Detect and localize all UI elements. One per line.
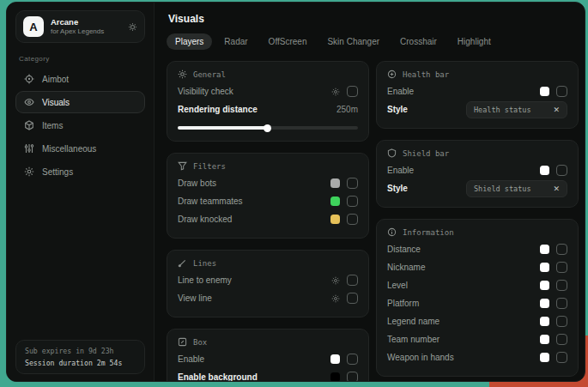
row-label: Platform — [387, 299, 419, 308]
content-columns: General Visibility check — [167, 61, 573, 381]
row-settings-gear-icon[interactable] — [331, 88, 340, 96]
color-swatch[interactable] — [540, 87, 549, 96]
tab-offscreen[interactable]: OffScreen — [260, 33, 316, 50]
health-enable-checkbox[interactable] — [556, 86, 567, 97]
weapon-in-hands-checkbox[interactable] — [556, 352, 567, 363]
draw-bots-row: Draw bots — [178, 174, 358, 192]
row-label: Enable — [387, 166, 414, 175]
color-swatch[interactable] — [540, 353, 549, 362]
row-settings-gear-icon[interactable] — [331, 294, 340, 303]
platform-checkbox[interactable] — [556, 298, 567, 309]
shield-icon — [387, 148, 397, 158]
color-swatch[interactable] — [330, 178, 340, 188]
color-swatch[interactable] — [540, 245, 549, 254]
sidebar-item-miscellaneous[interactable]: Miscellaneous — [15, 137, 145, 160]
crosshair-icon — [24, 74, 34, 84]
tab-crosshair[interactable]: Crosshair — [391, 33, 446, 50]
box-enable-background-checkbox[interactable] — [347, 372, 358, 381]
brand-name: Arcane — [51, 18, 121, 27]
box-enable-checkbox[interactable] — [347, 354, 358, 365]
row-label: Level — [387, 281, 408, 290]
app-window: A Arcane for Apex Legends Category — [6, 2, 585, 382]
color-swatch[interactable] — [540, 335, 549, 344]
sliders-icon — [24, 143, 34, 154]
clear-icon[interactable]: ✕ — [553, 106, 560, 114]
health-enable-row: Enable — [387, 82, 567, 100]
line-to-enemy-row: Line to enemy — [178, 271, 358, 289]
sidebar-item-label: Aimbot — [42, 75, 69, 84]
tab-radar[interactable]: Radar — [215, 33, 256, 50]
sidebar-item-visuals[interactable]: Visuals — [15, 91, 145, 113]
sidebar-item-items[interactable]: Items — [15, 114, 145, 136]
color-swatch[interactable] — [540, 166, 549, 175]
information-card-header: Information — [387, 227, 567, 237]
draw-knocked-row: Draw knocked — [178, 210, 358, 228]
draw-bots-checkbox[interactable] — [347, 178, 358, 189]
row-label: Style — [387, 184, 408, 193]
visibility-check-row: Visibility check — [178, 82, 358, 100]
clear-icon[interactable]: ✕ — [553, 184, 560, 193]
session-duration-text: Session duration 2m 54s — [25, 359, 136, 367]
team-number-checkbox[interactable] — [556, 334, 567, 345]
general-card: General Visibility check — [167, 61, 369, 142]
color-swatch[interactable] — [540, 317, 549, 326]
legend-name-checkbox[interactable] — [556, 316, 567, 327]
distance-checkbox[interactable] — [556, 244, 567, 255]
health-style-row: Style Health status ✕ — [387, 100, 567, 118]
box-enable-background-row: Enable background — [178, 368, 358, 381]
color-swatch[interactable] — [540, 281, 549, 290]
row-label: Draw bots — [178, 178, 216, 188]
tab-highlight[interactable]: Highlight — [449, 33, 500, 50]
health-bar-card: Health bar Enable Style Health status — [376, 61, 579, 129]
legend-name-row: Legend name — [387, 312, 567, 330]
draw-teammates-checkbox[interactable] — [347, 196, 358, 207]
rendering-distance-slider[interactable] — [178, 124, 358, 131]
row-settings-gear-icon[interactable] — [331, 276, 340, 285]
visibility-check-checkbox[interactable] — [347, 86, 358, 97]
level-checkbox[interactable] — [556, 280, 567, 291]
filters-card: Filters Draw bots Draw teammates — [167, 153, 369, 239]
row-label: Distance — [387, 245, 421, 254]
rendering-distance-value: 250m — [336, 105, 358, 114]
sidebar-item-aimbot[interactable]: Aimbot — [15, 68, 145, 90]
tab-players[interactable]: Players — [167, 33, 212, 50]
weapon-in-hands-row: Weapon in hands — [387, 348, 567, 366]
line-icon — [178, 258, 187, 268]
row-label: Team number — [387, 335, 439, 344]
color-swatch[interactable] — [540, 299, 549, 308]
slider-fill — [178, 126, 268, 130]
rendering-distance-row: Rendering distance 250m — [178, 100, 358, 118]
filters-card-header: Filters — [178, 161, 358, 171]
sidebar-item-settings[interactable]: Settings — [15, 160, 145, 183]
lines-card: Lines Line to enemy — [167, 250, 369, 317]
shield-enable-checkbox[interactable] — [556, 165, 567, 176]
color-swatch[interactable] — [330, 354, 340, 364]
card-title: Shield bar — [403, 149, 449, 158]
line-to-enemy-checkbox[interactable] — [347, 275, 358, 286]
main-panel: Visuals Players Radar OffScreen Skin Cha… — [155, 3, 585, 381]
row-label: Line to enemy — [178, 275, 232, 285]
category-label: Category — [19, 55, 154, 63]
view-line-checkbox[interactable] — [347, 293, 358, 304]
draw-knocked-checkbox[interactable] — [347, 214, 358, 225]
distance-row: Distance — [387, 240, 567, 258]
row-label: Legend name — [387, 317, 439, 326]
shield-style-select[interactable]: Shield status ✕ — [466, 180, 567, 197]
sidebar-nav: Aimbot Visuals Items — [7, 68, 154, 183]
row-label: Enable background — [178, 372, 258, 381]
brand-gear-icon[interactable] — [128, 22, 137, 32]
color-swatch[interactable] — [330, 372, 340, 381]
page-title: Visuals — [167, 13, 573, 25]
nickname-checkbox[interactable] — [556, 262, 567, 273]
color-swatch[interactable] — [540, 263, 549, 272]
health-style-select[interactable]: Health status ✕ — [466, 101, 567, 118]
nickname-row: Nickname — [387, 258, 567, 276]
color-swatch[interactable] — [330, 197, 340, 206]
health-icon — [387, 70, 397, 79]
slider-thumb[interactable] — [264, 124, 271, 132]
row-label: Draw knocked — [178, 215, 232, 224]
color-swatch[interactable] — [330, 215, 340, 224]
tab-skin-changer[interactable]: Skin Changer — [318, 33, 388, 50]
card-title: Box — [193, 338, 207, 347]
left-column: General Visibility check — [167, 61, 369, 381]
